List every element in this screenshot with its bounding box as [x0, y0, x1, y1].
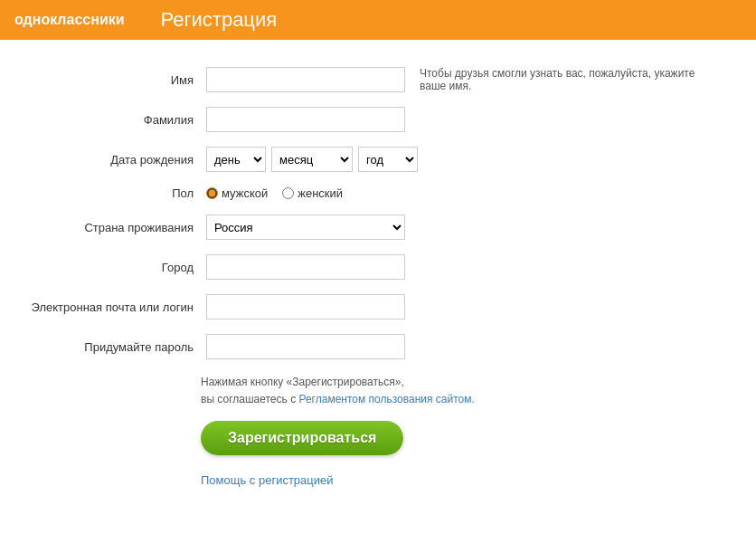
country-label: Страна проживания: [25, 221, 206, 234]
gender-male-option[interactable]: мужской: [206, 186, 268, 200]
gender-row: Пол мужской женский: [7, 186, 749, 200]
gender-male-label: мужской: [222, 186, 268, 200]
dob-month-select[interactable]: месяц: [271, 147, 353, 172]
gender-label: Пол: [25, 186, 206, 200]
header: одноклассники Регистрация: [0, 0, 756, 40]
city-row: Город: [7, 254, 749, 280]
agreement-line1: Нажимая кнопку «Зарегистрироваться»,: [201, 376, 404, 388]
first-name-input[interactable]: [206, 67, 405, 92]
password-row: Придумайте пароль: [7, 334, 749, 359]
gender-female-option[interactable]: женский: [282, 186, 343, 200]
first-name-label: Имя: [25, 73, 206, 87]
country-select[interactable]: Россия: [206, 215, 405, 240]
dob-row: Дата рождения день месяц год: [7, 147, 749, 172]
last-name-input[interactable]: [206, 107, 405, 132]
password-label: Придумайте пароль: [25, 340, 206, 354]
register-button[interactable]: Зарегистрироваться: [201, 421, 403, 455]
help-section: Помощь с регистрацией: [7, 473, 749, 487]
email-input[interactable]: [206, 294, 405, 319]
country-row: Страна проживания Россия: [7, 215, 749, 240]
dob-label: Дата рождения: [25, 153, 206, 167]
city-input[interactable]: [206, 254, 405, 280]
dob-controls: день месяц год: [206, 147, 418, 172]
register-section: Зарегистрироваться: [7, 421, 749, 455]
gender-male-radio[interactable]: [206, 187, 218, 199]
dob-year-select[interactable]: год: [358, 147, 418, 172]
gender-female-radio[interactable]: [282, 187, 294, 199]
gender-controls: мужской женский: [206, 186, 343, 200]
first-name-hint: Чтобы друзья смогли узнать вас, пожалуйс…: [420, 67, 709, 92]
last-name-row: Фамилия: [7, 107, 749, 132]
email-row: Электронная почта или логин: [7, 294, 749, 319]
first-name-row: Имя Чтобы друзья смогли узнать вас, пожа…: [7, 67, 749, 92]
password-input[interactable]: [206, 334, 405, 359]
page-title: Регистрация: [161, 8, 278, 32]
help-link[interactable]: Помощь с регистрацией: [201, 473, 334, 487]
agreement-text: Нажимая кнопку «Зарегистрироваться», вы …: [201, 374, 731, 408]
city-label: Город: [25, 261, 206, 274]
agreement-line2: вы соглашаетесь с: [201, 393, 298, 405]
agreement-section: Нажимая кнопку «Зарегистрироваться», вы …: [7, 374, 749, 408]
registration-form: Имя Чтобы друзья смогли узнать вас, пожа…: [0, 40, 756, 514]
dob-day-select[interactable]: день: [206, 147, 266, 172]
logo[interactable]: одноклассники: [14, 12, 125, 28]
email-label: Электронная почта или логин: [25, 300, 206, 314]
gender-female-label: женский: [298, 186, 343, 200]
last-name-label: Фамилия: [25, 113, 206, 127]
agreement-link[interactable]: Регламентом пользования сайтом.: [298, 393, 474, 405]
